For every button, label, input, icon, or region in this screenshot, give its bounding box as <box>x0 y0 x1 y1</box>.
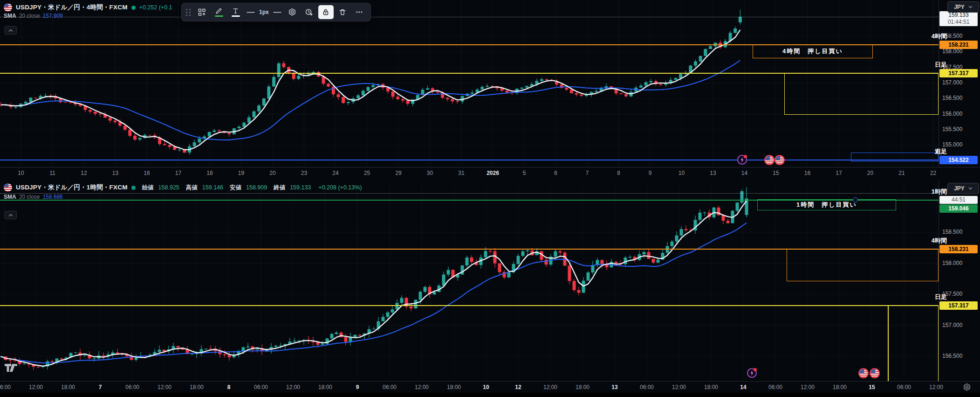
time-tick-label: 20 <box>856 170 885 176</box>
chevron-down-icon <box>968 6 973 8</box>
price-tick-label: 158.500 <box>942 229 962 235</box>
drawing-zone-box[interactable] <box>784 73 939 115</box>
time-tick-label: 12:00 <box>407 384 437 390</box>
price-level-line[interactable] <box>0 160 939 160</box>
drawing-anchor-handle[interactable] <box>853 197 858 202</box>
time-tick-label: 18:00 <box>439 384 469 390</box>
time-tick-label: 18:00 <box>696 384 726 390</box>
market-status-dot-icon <box>131 186 136 190</box>
price-level-label: 日足 <box>935 293 947 301</box>
time-tick-label: 11 <box>38 170 68 176</box>
collapse-button[interactable] <box>5 211 17 219</box>
drawing-zone-box[interactable] <box>787 249 939 281</box>
line-style-icon[interactable] <box>245 5 257 19</box>
time-axis-1h[interactable]: 06:0012:0018:00706:0012:0018:00806:0012:… <box>0 381 980 393</box>
current-price-badge-1h: 159.046 <box>939 204 978 213</box>
time-tick-label: 2026 <box>478 170 508 176</box>
bar-countdown: 01:44:51 <box>939 19 978 26</box>
open-value: 158.925 <box>158 184 179 191</box>
symbol-header-1h: USDJPY・米ドル／円・1時間・FXCM 始値 158.925 高値 159.… <box>4 183 362 192</box>
drawing-zone-box[interactable] <box>851 153 939 161</box>
time-tick-label: 12:00 <box>664 384 694 390</box>
time-tick-label: 10 <box>471 384 501 390</box>
time-tick-label: 18:00 <box>53 384 83 390</box>
currency-dropdown[interactable]: JPY <box>947 183 979 194</box>
current-price-dotted-line <box>0 193 939 194</box>
lightning-event-icon[interactable] <box>737 155 747 165</box>
change-value: +0.208 (+0.13%) <box>318 184 362 191</box>
indicator-name: SMA <box>4 194 16 200</box>
toolbar-drag-handle[interactable] <box>185 9 193 16</box>
price-level-label: 4時間 <box>932 32 947 41</box>
time-tick-label: 14 <box>728 384 758 390</box>
price-level-badge: 157.317 <box>939 69 978 77</box>
market-status-dot-icon <box>131 6 136 10</box>
currency-label: JPY <box>954 185 965 192</box>
line-width-label[interactable]: 1px <box>258 9 270 15</box>
indicator-legend-4h[interactable]: SMA 20 close 157.909 <box>4 13 63 19</box>
high-value: 159.146 <box>202 184 223 191</box>
price-tick-label: 155.500 <box>942 126 962 132</box>
time-tick-label: 13 <box>698 170 728 176</box>
time-tick-label: 06:00 <box>889 384 919 390</box>
time-tick-label: 6 <box>541 170 571 176</box>
us-flag-icon <box>4 3 12 12</box>
chart-application: 4時間 押し目買い USDJPY・米ドル／円・4時間・FXCM +0.252 (… <box>0 0 980 397</box>
text-tool-icon[interactable] <box>228 5 243 19</box>
economic-event-flag-icon[interactable] <box>764 155 774 165</box>
symbol-title[interactable]: USDJPY・米ドル／円・1時間・FXCM <box>16 183 128 192</box>
annotation-box-1h[interactable]: 1時間 押し目買い <box>757 199 896 210</box>
economic-event-flag-icon[interactable] <box>870 368 880 378</box>
price-tick-label: 156.000 <box>942 111 962 117</box>
price-level-line[interactable] <box>0 305 939 306</box>
collapse-button[interactable] <box>5 26 17 35</box>
price-level-label: 日足 <box>935 61 947 69</box>
indicator-params: 20 close <box>19 13 40 19</box>
current-price-value: 159.133 <box>939 12 978 19</box>
time-tick-label: 25 <box>352 170 382 176</box>
time-tick-label: 06:00 <box>375 384 404 390</box>
symbol-title[interactable]: USDJPY・米ドル／円・4時間・FXCM <box>16 3 128 12</box>
time-tick-label: 12 <box>503 384 533 390</box>
price-level-label: 1時間 <box>932 188 947 196</box>
current-price-dotted-line <box>0 17 939 17</box>
pencil-color-swatch[interactable] <box>215 15 223 17</box>
more-options-icon[interactable] <box>352 5 367 19</box>
time-tick-label: 06:00 <box>246 384 276 390</box>
time-tick-label: 18:00 <box>310 384 340 390</box>
lock-button[interactable] <box>318 5 334 19</box>
indicator-legend-1h[interactable]: SMA 20 close 158.686 <box>4 194 63 200</box>
lightning-event-icon[interactable] <box>747 368 757 378</box>
price-level-label: 4時間 <box>932 237 947 245</box>
grid-add-icon[interactable] <box>194 5 210 19</box>
time-tick-label: 06:00 <box>0 384 19 390</box>
pencil-tool-icon[interactable] <box>211 5 226 19</box>
time-tick-label: 9 <box>343 384 372 390</box>
time-tick-label: 06:00 <box>117 384 147 390</box>
indicator-params: 20 close <box>19 194 40 200</box>
economic-event-flag-icon[interactable] <box>858 368 869 378</box>
symbol-header-4h: USDJPY・米ドル／円・4時間・FXCM +0.252 (+0.1 <box>4 3 172 12</box>
text-color-swatch[interactable] <box>232 15 240 17</box>
price-tick-label: 158.000 <box>942 260 962 266</box>
price-level-label: 週足 <box>935 147 947 156</box>
clock-add-icon[interactable] <box>302 5 317 19</box>
close-value: 159.133 <box>290 184 311 191</box>
time-tick-label: 17 <box>824 170 854 176</box>
time-axis-4h[interactable]: 1011121316171819202324252930312026567891… <box>0 167 980 179</box>
time-tick-label: 12:00 <box>21 384 51 390</box>
trash-icon[interactable] <box>335 5 350 19</box>
currency-dropdown[interactable]: JPY <box>947 1 979 13</box>
us-flag-icon <box>4 183 12 192</box>
style-hexagon-icon[interactable] <box>285 5 300 19</box>
economic-event-flag-icon[interactable] <box>774 155 785 165</box>
line-style-2-icon[interactable] <box>271 5 283 19</box>
time-tick-label: 15 <box>857 384 887 390</box>
high-label: 高値 <box>186 184 198 192</box>
axis-settings-gear-icon[interactable] <box>963 383 971 391</box>
axis-separator <box>939 180 939 392</box>
drawing-zone-box[interactable] <box>888 306 939 381</box>
close-label: 終値 <box>274 184 285 192</box>
annotation-box-4h[interactable]: 4時間 押し目買い <box>753 44 873 58</box>
time-tick-label: 06:00 <box>632 384 662 390</box>
